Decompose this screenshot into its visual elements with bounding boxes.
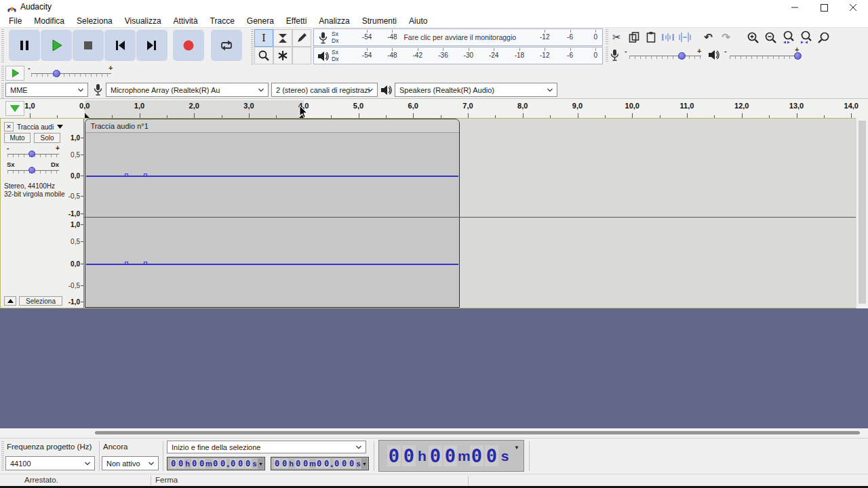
time-separator[interactable]: h — [288, 460, 294, 468]
record-button[interactable] — [173, 30, 204, 61]
undo-button[interactable]: ↶ — [700, 29, 717, 45]
time-digit[interactable]: 0 — [402, 445, 416, 466]
time-digit[interactable]: 0 — [387, 445, 401, 466]
vertical-scrollbar[interactable] — [856, 118, 868, 308]
time-digit[interactable]: 0 — [302, 459, 309, 468]
menu-modifica[interactable]: Modifica — [28, 16, 71, 26]
time-separator[interactable]: m — [205, 460, 212, 468]
skip-to-start-button[interactable] — [104, 30, 136, 61]
time-digit[interactable]: 0 — [470, 445, 484, 466]
play-at-speed-button[interactable] — [5, 66, 24, 81]
pause-button[interactable] — [9, 30, 40, 61]
zoom-tool-button[interactable] — [254, 47, 273, 64]
menu-seleziona[interactable]: Seleziona — [71, 16, 119, 26]
time-separator[interactable]: m — [458, 448, 469, 464]
stop-button[interactable] — [73, 30, 104, 61]
paste-button[interactable] — [642, 29, 659, 45]
time-separator[interactable]: m — [309, 460, 315, 468]
track-close-button[interactable]: ✕ — [4, 122, 14, 131]
time-separator[interactable]: h — [416, 448, 428, 464]
menu-aiuto[interactable]: Aiuto — [403, 16, 433, 26]
horizontal-scrollbar-thumb[interactable] — [95, 431, 860, 434]
solo-button[interactable]: Solo — [34, 133, 60, 143]
audio-position-display[interactable]: ▼ 00h00m00s — [378, 440, 524, 472]
snap-dropdown[interactable]: Non attivo — [102, 456, 159, 470]
horizontal-scrollbar[interactable] — [0, 428, 868, 438]
time-separator[interactable]: s — [355, 460, 361, 468]
time-separator[interactable]: h — [184, 460, 191, 468]
menu-attività[interactable]: Attività — [167, 16, 204, 26]
time-digit[interactable]: 0 — [485, 445, 498, 466]
time-digit[interactable]: 0 — [220, 459, 226, 468]
field-dropdown-arrow[interactable]: ▼ — [258, 458, 264, 469]
skip-to-end-button[interactable] — [136, 30, 167, 61]
time-digit[interactable]: 0 — [281, 459, 288, 468]
menu-tracce[interactable]: Tracce — [204, 16, 241, 26]
menu-effetti[interactable]: Effetti — [280, 16, 313, 26]
playback-meter[interactable]: Sx Dx -54-48-42-36-30-24-18-12-60 — [313, 47, 603, 64]
menu-visualizza[interactable]: Visualizza — [119, 16, 167, 26]
time-digit[interactable]: 0 — [191, 459, 198, 468]
time-separator[interactable]: . — [226, 458, 229, 470]
draw-tool-button[interactable] — [292, 29, 311, 47]
time-separator[interactable]: s — [499, 448, 511, 464]
multi-tool-button[interactable] — [273, 47, 292, 64]
menu-strumenti[interactable]: Strumenti — [356, 16, 403, 26]
menu-analizza[interactable]: Analizza — [313, 16, 355, 26]
waveform-area[interactable]: Traccia audio n°1 — [84, 119, 856, 308]
track-select-button[interactable]: Seleziona — [19, 296, 62, 306]
play-button[interactable] — [41, 30, 72, 61]
cut-button[interactable]: ✂ — [608, 29, 625, 45]
time-digit[interactable]: 0 — [170, 459, 177, 468]
selection-end-field[interactable]: 00h00m00.000s▼ — [271, 457, 369, 470]
silence-audio-button[interactable] — [676, 29, 693, 45]
redo-button[interactable]: ↷ — [717, 29, 734, 45]
fit-project-button[interactable] — [797, 29, 814, 45]
menu-genera[interactable]: Genera — [241, 16, 280, 26]
track-collapse-button[interactable] — [4, 296, 16, 306]
time-digit[interactable]: 0 — [245, 459, 252, 468]
time-digit[interactable]: 0 — [443, 445, 457, 466]
playback-device-dropdown[interactable]: Speakers (Realtek(R) Audio) — [395, 83, 557, 97]
time-digit[interactable]: 0 — [237, 459, 244, 468]
field-dropdown-arrow[interactable]: ▼ — [514, 445, 519, 451]
field-dropdown-arrow[interactable]: ▼ — [361, 458, 368, 469]
time-digit[interactable]: 0 — [199, 459, 205, 468]
time-digit[interactable]: 0 — [429, 445, 442, 466]
time-separator[interactable]: s — [252, 460, 258, 468]
time-digit[interactable]: 0 — [178, 459, 184, 468]
time-digit[interactable]: 0 — [230, 459, 237, 468]
time-separator[interactable]: . — [330, 458, 333, 470]
audio-clip[interactable]: Traccia audio n°1 — [85, 119, 460, 308]
time-digit[interactable]: 0 — [274, 459, 281, 468]
trim-audio-button[interactable] — [659, 29, 676, 45]
recording-device-dropdown[interactable]: Microphone Array (Realtek(R) Au — [106, 83, 269, 97]
project-rate-dropdown[interactable]: 44100 — [5, 456, 95, 470]
pan-thumb[interactable] — [28, 167, 35, 174]
playback-volume-thumb[interactable] — [794, 52, 802, 60]
time-digit[interactable]: 0 — [316, 459, 323, 468]
time-digit[interactable]: 0 — [334, 459, 340, 468]
audio-host-dropdown[interactable]: MME — [5, 83, 88, 97]
zoom-in-button[interactable] — [745, 29, 762, 45]
selection-tool-button[interactable]: I — [254, 29, 273, 47]
timeline-options-button[interactable] — [5, 101, 24, 116]
copy-button[interactable] — [625, 29, 642, 45]
time-digit[interactable]: 0 — [323, 459, 330, 468]
mute-button[interactable]: Muto — [4, 133, 31, 143]
maximize-button[interactable] — [809, 0, 839, 15]
menu-file[interactable]: File — [3, 16, 28, 26]
recording-channels-dropdown[interactable]: 2 (stereo) canali di registrazi — [271, 83, 378, 97]
close-button[interactable] — [838, 0, 868, 15]
vertical-scrollbar-thumb[interactable] — [859, 121, 866, 304]
minimize-button[interactable] — [780, 0, 810, 15]
clip-title-bar[interactable]: Traccia audio n°1 — [85, 119, 459, 133]
time-digit[interactable]: 0 — [341, 459, 348, 468]
recording-meter[interactable]: Sx Dx Fare clic per avviare il monitorag… — [313, 28, 603, 46]
time-digit[interactable]: 0 — [212, 459, 219, 468]
zoom-out-button[interactable] — [762, 29, 779, 45]
time-digit[interactable]: 0 — [295, 459, 302, 468]
recording-volume-thumb[interactable] — [678, 52, 686, 60]
fit-selection-button[interactable] — [780, 29, 797, 45]
loop-button[interactable] — [211, 30, 242, 61]
